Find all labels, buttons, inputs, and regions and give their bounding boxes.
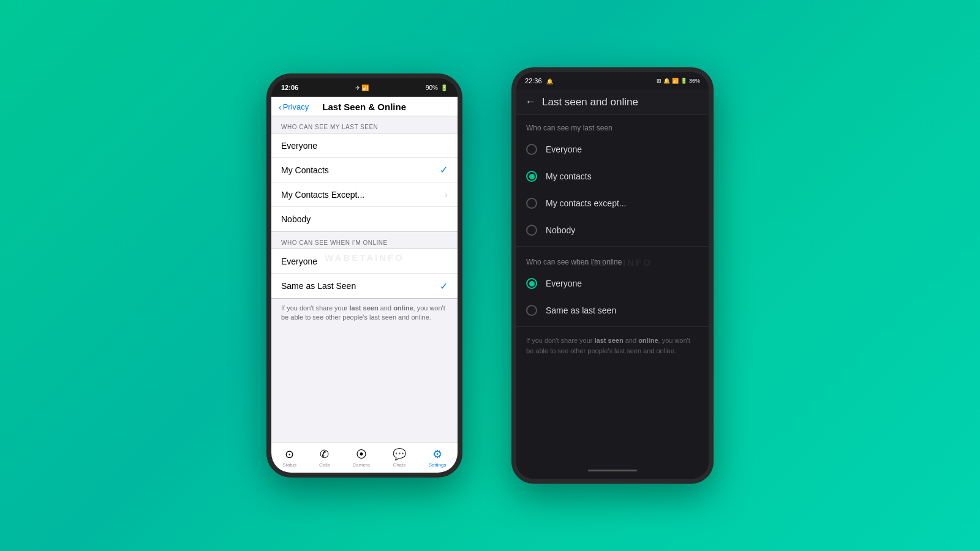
ios-time: 12:06 <box>281 84 298 91</box>
android-option-my-contacts[interactable]: My contacts <box>516 163 709 190</box>
ios-tab-camera[interactable]: ⦿ Camera <box>353 448 370 468</box>
android-section1-header: Who can see my last seen <box>516 115 709 136</box>
ios-check-same-as: ✓ <box>440 280 448 292</box>
ios-phone: 12:06 ✈ 📶 90% 🔋 ‹ Privacy Last Seen & On… <box>266 73 462 478</box>
android-radio-my-contacts <box>526 171 537 182</box>
android-screen: ← Last seen and online Who can see my la… <box>516 89 709 462</box>
ios-online-list: Everyone Same as Last Seen ✓ <box>271 249 458 299</box>
android-status-icons: ⊞ 🔔 📶 🔋 36% <box>657 78 700 84</box>
ios-battery: 90% 🔋 <box>426 84 448 91</box>
ios-section2-header: WHO CAN SEE WHEN I'M ONLINE <box>271 232 458 249</box>
ios-tab-settings[interactable]: ⚙ Settings <box>429 448 447 468</box>
status-icon: ⊙ <box>285 448 294 461</box>
ios-tab-chats[interactable]: 💬 Chats <box>393 448 406 468</box>
android-radio-nobody <box>526 225 537 236</box>
android-online-same-as[interactable]: Same as last seen <box>516 297 709 324</box>
android-footer: If you don't share your last seen and on… <box>516 329 709 362</box>
ios-last-seen-list: Everyone My Contacts ✓ My Contacts Excep… <box>271 133 458 232</box>
android-status-bar: 22:36 🔔 ⊞ 🔔 📶 🔋 36% <box>516 72 709 89</box>
calls-icon: ✆ <box>320 448 329 461</box>
ios-option-nobody[interactable]: Nobody <box>271 207 458 231</box>
android-phone: 22:36 🔔 ⊞ 🔔 📶 🔋 36% ← Last seen and onli… <box>511 67 714 484</box>
android-time: 22:36 🔔 <box>525 77 553 84</box>
android-option-my-contacts-except[interactable]: My contacts except... <box>516 190 709 217</box>
camera-icon: ⦿ <box>356 448 367 461</box>
settings-icon: ⚙ <box>432 448 442 461</box>
android-option-nobody[interactable]: Nobody <box>516 217 709 244</box>
ios-tab-status[interactable]: ⊙ Status <box>282 448 296 468</box>
ios-online-same-as[interactable]: Same as Last Seen ✓ <box>271 274 458 298</box>
ios-navbar: ‹ Privacy Last Seen & Online <box>271 97 458 116</box>
android-online-everyone[interactable]: Everyone <box>516 270 709 297</box>
android-home-indicator[interactable] <box>588 470 637 471</box>
ios-tab-bar: ⊙ Status ✆ Calls ⦿ Camera 💬 Chats ⚙ Sett… <box>271 442 458 473</box>
ios-option-my-contacts[interactable]: My Contacts ✓ <box>271 158 458 182</box>
android-option-everyone[interactable]: Everyone <box>516 136 709 163</box>
ios-check-my-contacts: ✓ <box>440 164 448 176</box>
android-radio-everyone <box>526 144 537 155</box>
android-radio-except <box>526 198 537 209</box>
android-title: Last seen and online <box>542 96 638 108</box>
ios-option-my-contacts-except[interactable]: My Contacts Except... › <box>271 182 458 207</box>
android-radio-same-as <box>526 305 537 316</box>
ios-chevron-except: › <box>445 190 448 200</box>
android-divider1 <box>516 246 709 247</box>
ios-option-everyone[interactable]: Everyone <box>271 133 458 158</box>
ios-online-everyone[interactable]: Everyone <box>271 249 458 274</box>
android-top-bar: ← Last seen and online <box>516 89 709 115</box>
ios-nav-title: Last Seen & Online <box>278 102 450 112</box>
android-divider2 <box>516 326 709 327</box>
ios-footer: If you don't share your last seen and on… <box>271 299 458 328</box>
android-nav-bar <box>516 462 709 479</box>
ios-tab-calls[interactable]: ✆ Calls <box>319 448 330 468</box>
ios-screen: ‹ Privacy Last Seen & Online WHO CAN SEE… <box>271 97 458 442</box>
android-radio-online-everyone <box>526 278 537 289</box>
ios-status-bar: 12:06 ✈ 📶 90% 🔋 <box>271 78 458 97</box>
ios-section1-header: WHO CAN SEE MY LAST SEEN <box>271 116 458 133</box>
chats-icon: 💬 <box>393 448 406 461</box>
android-back-button[interactable]: ← <box>525 96 536 108</box>
android-section2-header: Who can see when I'm online <box>516 249 709 270</box>
